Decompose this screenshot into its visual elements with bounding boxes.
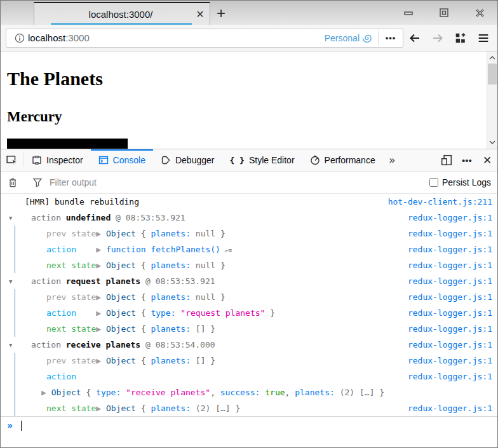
console-token: Object [106, 356, 136, 365]
source-link[interactable]: redux-logger.js:1 [401, 340, 492, 350]
console-token: { [136, 261, 151, 270]
site-info-icon[interactable] [11, 33, 28, 43]
pick-element-icon [6, 154, 18, 166]
console-token: prev state [46, 229, 96, 238]
group-rail [15, 305, 15, 321]
source-link[interactable]: redux-logger.js:1 [401, 229, 492, 238]
mercury-image [7, 139, 128, 149]
titlebar: localhost:3000/ ✕ + [1, 1, 497, 25]
fingerprint-icon [363, 33, 373, 43]
page-actions-button[interactable]: ••• [379, 33, 403, 43]
persist-logs-label: Persist Logs [442, 177, 491, 187]
console-token: null [191, 292, 215, 302]
console-prompt-icon: » [7, 420, 13, 431]
back-icon [408, 32, 421, 44]
browser-tab[interactable]: localhost:3000/ ✕ [34, 2, 210, 25]
console-token: } [215, 261, 225, 270]
devtools-options-button[interactable]: ••• [457, 149, 477, 171]
console-token[interactable]: ▶ [96, 308, 106, 318]
tabs-overflow-button[interactable]: » [383, 149, 401, 171]
console-token: { [136, 404, 151, 413]
group-rail [15, 384, 15, 400]
console-token[interactable]: ▶ [96, 292, 106, 302]
console-row: ▼action receive planets @ 08:53:54.000re… [1, 337, 497, 353]
tab-inspector[interactable]: Inspector [24, 149, 91, 171]
console-message: next state▶ Object { planets: null } [46, 261, 401, 270]
console-row: next state▶ Object { planets: [] }redux-… [1, 321, 497, 337]
close-window-button[interactable] [462, 1, 497, 25]
clear-console-button[interactable] [1, 172, 25, 193]
source-link[interactable]: redux-logger.js:1 [401, 356, 492, 365]
console-token: } [215, 292, 225, 302]
console-token: next state [46, 324, 96, 334]
extension-grid-button[interactable] [449, 27, 472, 50]
console-token[interactable]: ▶ [96, 261, 106, 270]
source-link[interactable]: redux-logger.js:1 [401, 404, 492, 413]
console-row: next state▶ Object { planets: (2) […] }r… [1, 400, 497, 416]
console-token: @ 08:53:53.921 [111, 213, 185, 222]
tab-console-label: Console [113, 155, 145, 165]
tab-console[interactable]: Console [91, 149, 153, 171]
expand-twisty-icon[interactable]: ▼ [9, 342, 12, 348]
new-tab-button[interactable]: + [210, 3, 232, 24]
close-devtools-button[interactable]: ✕ [477, 149, 497, 171]
page-scrollbar[interactable] [487, 51, 497, 149]
source-link[interactable]: redux-logger.js:1 [401, 292, 492, 302]
tab-debugger[interactable]: Debugger [153, 149, 222, 171]
persist-logs-control[interactable]: Persist Logs [429, 177, 497, 187]
responsive-mode-button[interactable] [436, 149, 457, 171]
source-link[interactable]: redux-logger.js:1 [401, 213, 492, 222]
group-rail [15, 289, 15, 305]
filter-output-input[interactable] [50, 177, 429, 187]
console-input-row[interactable]: » [1, 416, 497, 434]
tab-close-icon[interactable]: ✕ [191, 4, 210, 24]
console-token: { [136, 292, 151, 302]
expand-twisty-icon[interactable]: ▼ [9, 215, 12, 221]
console-token[interactable]: ▶ [96, 245, 106, 254]
source-link[interactable]: redux-logger.js:1 [401, 372, 492, 381]
source-link[interactable]: redux-logger.js:1 [401, 324, 492, 334]
console-token: type: [151, 308, 175, 318]
tab-style-editor[interactable]: { } Style Editor [222, 149, 302, 171]
console-row: action▶ function fetchPlanets() ↗≡redux-… [1, 241, 497, 257]
scroll-up-icon[interactable] [487, 53, 497, 63]
expand-twisty-icon[interactable]: ▼ [9, 278, 12, 285]
console-token: true [260, 388, 285, 397]
forward-button[interactable] [426, 27, 449, 50]
console-token: prev state [46, 292, 96, 302]
console-row: [HMR] bundle rebuildinghot-dev-client.js… [1, 194, 497, 210]
console-token: action [46, 372, 76, 381]
source-link[interactable]: hot-dev-client.js:211 [382, 197, 492, 207]
minimize-button[interactable] [391, 1, 426, 25]
tab-debugger-label: Debugger [175, 155, 215, 165]
source-link[interactable]: redux-logger.js:1 [401, 245, 492, 254]
page-title: The Planets [7, 68, 482, 90]
console-token: } [265, 308, 275, 318]
restore-button[interactable] [426, 1, 462, 25]
console-message: action undefined @ 08:53:53.921 [31, 213, 401, 222]
console-token: @ 08:53:53.921 [140, 276, 215, 286]
source-link[interactable]: redux-logger.js:1 [401, 261, 492, 270]
console-token: null [191, 229, 215, 238]
console-token[interactable]: ▶ [41, 388, 51, 397]
console-icon [98, 155, 109, 165]
url-bar[interactable]: localhost:3000 Personal ••• [6, 29, 403, 48]
scroll-down-icon[interactable] [487, 137, 497, 147]
console-token: { [136, 308, 151, 318]
scrollbar-thumb[interactable] [488, 64, 497, 85]
back-button[interactable] [403, 27, 426, 50]
console-token[interactable]: ▶ [96, 404, 106, 413]
console-token[interactable]: ▶ [96, 324, 106, 334]
console-token[interactable]: ▶ [96, 356, 106, 365]
source-link[interactable]: redux-logger.js:1 [401, 308, 492, 318]
source-link[interactable]: redux-logger.js:1 [401, 276, 492, 286]
console-token: { [81, 388, 96, 397]
responsive-mode-icon [441, 154, 452, 166]
tab-performance[interactable]: Performance [302, 149, 383, 171]
pick-element-button[interactable] [1, 149, 24, 171]
console-message: action▶ Object { type: "request planets"… [46, 308, 401, 318]
menu-button[interactable] [472, 27, 495, 50]
console-token[interactable]: ▶ [96, 229, 106, 238]
persist-logs-checkbox[interactable] [429, 178, 438, 187]
console-token: request planets [66, 276, 140, 286]
